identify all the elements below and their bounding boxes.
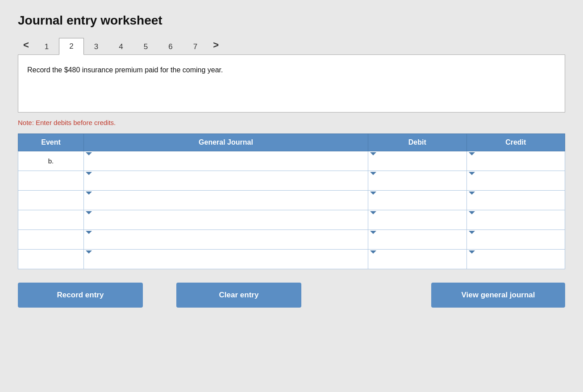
triangle-indicator bbox=[86, 231, 92, 234]
credit-cell-5[interactable] bbox=[466, 250, 565, 269]
next-arrow[interactable]: > bbox=[208, 36, 224, 54]
debit-input-4[interactable] bbox=[376, 230, 466, 249]
general-journal-input-0[interactable] bbox=[92, 151, 368, 171]
general-journal-cell-1[interactable] bbox=[84, 171, 368, 191]
credit-input-0[interactable] bbox=[475, 151, 565, 171]
debit-cell-4[interactable] bbox=[368, 230, 467, 250]
credit-cell-4[interactable] bbox=[466, 230, 565, 250]
tab-navigation: < 1 2 3 4 5 6 7 > bbox=[18, 36, 565, 54]
triangle-indicator bbox=[370, 250, 376, 254]
general-journal-input-4[interactable] bbox=[92, 230, 368, 249]
debit-input-1[interactable] bbox=[376, 171, 466, 190]
tab-5[interactable]: 5 bbox=[133, 38, 158, 55]
tab-7[interactable]: 7 bbox=[183, 38, 208, 55]
general-journal-input-3[interactable] bbox=[92, 210, 368, 229]
description-text: Record the $480 insurance premium paid f… bbox=[27, 66, 223, 74]
header-event: Event bbox=[18, 134, 84, 151]
triangle-indicator bbox=[469, 250, 475, 254]
credit-cell-3[interactable] bbox=[466, 210, 565, 230]
journal-table: Event General Journal Debit Credit b. bbox=[18, 133, 565, 269]
debit-cell-0[interactable] bbox=[368, 151, 467, 171]
prev-arrow[interactable]: < bbox=[18, 36, 34, 54]
triangle-indicator bbox=[370, 172, 376, 175]
triangle-indicator bbox=[86, 211, 92, 214]
clear-entry-button[interactable]: Clear entry bbox=[176, 283, 301, 308]
table-row bbox=[18, 250, 565, 269]
credit-cell-1[interactable] bbox=[466, 171, 565, 191]
table-row: b. bbox=[18, 151, 565, 171]
general-journal-cell-3[interactable] bbox=[84, 210, 368, 230]
note-text: Note: Enter debits before credits. bbox=[18, 119, 565, 126]
record-entry-button[interactable]: Record entry bbox=[18, 283, 143, 308]
triangle-indicator bbox=[469, 192, 475, 195]
tab-4[interactable]: 4 bbox=[108, 38, 133, 55]
general-journal-cell-5[interactable] bbox=[84, 250, 368, 269]
triangle-indicator bbox=[370, 192, 376, 195]
credit-cell-0[interactable] bbox=[466, 151, 565, 171]
header-debit: Debit bbox=[368, 134, 467, 151]
triangle-indicator bbox=[86, 250, 92, 254]
event-cell-4 bbox=[18, 230, 84, 250]
header-credit: Credit bbox=[466, 134, 565, 151]
debit-cell-3[interactable] bbox=[368, 210, 467, 230]
credit-input-1[interactable] bbox=[475, 171, 565, 190]
triangle-indicator bbox=[469, 211, 475, 214]
tab-1[interactable]: 1 bbox=[34, 38, 59, 55]
debit-input-2[interactable] bbox=[376, 191, 466, 210]
debit-cell-2[interactable] bbox=[368, 191, 467, 210]
table-row bbox=[18, 191, 565, 210]
triangle-indicator bbox=[86, 192, 92, 195]
credit-input-5[interactable] bbox=[475, 250, 565, 269]
header-general-journal: General Journal bbox=[84, 134, 368, 151]
credit-input-2[interactable] bbox=[475, 191, 565, 210]
page-title: Journal entry worksheet bbox=[18, 13, 565, 28]
triangle-indicator bbox=[469, 152, 475, 155]
triangle-indicator bbox=[469, 231, 475, 234]
event-cell-0: b. bbox=[18, 151, 84, 171]
description-box: Record the $480 insurance premium paid f… bbox=[18, 54, 565, 113]
debit-input-5[interactable] bbox=[376, 250, 466, 269]
debit-input-3[interactable] bbox=[376, 210, 466, 229]
credit-input-4[interactable] bbox=[475, 230, 565, 249]
debit-cell-1[interactable] bbox=[368, 171, 467, 191]
event-cell-5 bbox=[18, 250, 84, 269]
event-cell-1 bbox=[18, 171, 84, 191]
general-journal-input-5[interactable] bbox=[92, 250, 368, 269]
triangle-indicator bbox=[86, 172, 92, 175]
triangle-indicator bbox=[469, 172, 475, 175]
general-journal-cell-4[interactable] bbox=[84, 230, 368, 250]
view-general-journal-button[interactable]: View general journal bbox=[431, 283, 565, 308]
debit-cell-5[interactable] bbox=[368, 250, 467, 269]
table-row bbox=[18, 210, 565, 230]
button-row: Record entry Clear entry View general jo… bbox=[18, 283, 565, 308]
triangle-indicator bbox=[370, 231, 376, 234]
triangle-indicator bbox=[370, 152, 376, 155]
event-cell-2 bbox=[18, 191, 84, 210]
table-row bbox=[18, 230, 565, 250]
general-journal-input-1[interactable] bbox=[92, 171, 368, 190]
general-journal-cell-0[interactable] bbox=[84, 151, 368, 171]
table-row bbox=[18, 171, 565, 191]
tab-6[interactable]: 6 bbox=[158, 38, 183, 55]
general-journal-cell-2[interactable] bbox=[84, 191, 368, 210]
general-journal-input-2[interactable] bbox=[92, 191, 368, 210]
credit-input-3[interactable] bbox=[475, 210, 565, 229]
tab-3[interactable]: 3 bbox=[84, 38, 108, 55]
debit-input-0[interactable] bbox=[376, 151, 466, 171]
tab-2[interactable]: 2 bbox=[59, 38, 83, 55]
triangle-indicator bbox=[370, 211, 376, 214]
credit-cell-2[interactable] bbox=[466, 191, 565, 210]
event-cell-3 bbox=[18, 210, 84, 230]
triangle-indicator bbox=[86, 152, 92, 155]
